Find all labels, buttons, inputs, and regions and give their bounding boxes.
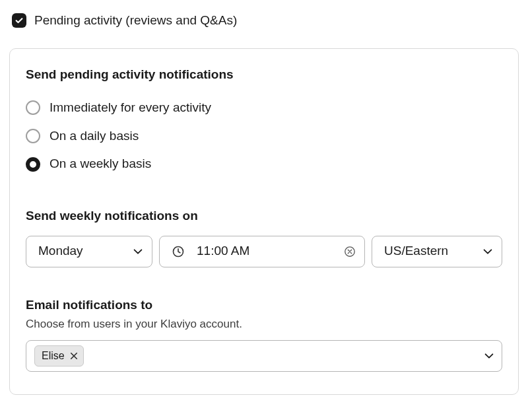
notification-settings-card: Send pending activity notifications Imme…	[9, 48, 519, 395]
pending-activity-checkbox[interactable]	[12, 13, 26, 28]
chevron-down-icon	[132, 246, 144, 258]
schedule-row: Monday 11:00 AM	[26, 236, 502, 267]
frequency-option-label: Immediately for every activity	[50, 99, 211, 117]
close-icon	[70, 352, 78, 360]
recipient-chip-label: Elise	[42, 349, 65, 363]
email-to-heading: Email notifications to	[26, 297, 502, 314]
radio-icon	[26, 129, 40, 143]
pending-activity-label: Pending activity (reviews and Q&As)	[34, 12, 237, 30]
day-select-value: Monday	[38, 242, 83, 260]
recipient-chip: Elise	[34, 345, 84, 367]
radio-icon	[26, 100, 40, 115]
timezone-select[interactable]: US/Eastern	[372, 236, 502, 267]
chevron-down-icon	[482, 246, 494, 258]
chevron-down-icon	[483, 350, 495, 362]
frequency-radio-group: Immediately for every activity On a dail…	[26, 94, 502, 178]
clock-icon	[172, 245, 185, 258]
frequency-option-label: On a weekly basis	[50, 155, 151, 173]
time-input[interactable]: 11:00 AM	[159, 236, 365, 267]
email-to-section: Email notifications to Choose from users…	[26, 297, 502, 372]
frequency-option-daily[interactable]: On a daily basis	[26, 122, 502, 151]
close-circle-icon	[344, 246, 356, 258]
check-icon	[15, 16, 24, 25]
pending-activity-checkbox-row: Pending activity (reviews and Q&As)	[9, 12, 519, 30]
time-input-value: 11:00 AM	[197, 242, 249, 260]
frequency-heading: Send pending activity notifications	[26, 66, 502, 84]
recipient-chips: Elise	[34, 345, 84, 367]
frequency-option-label: On a daily basis	[50, 127, 139, 145]
email-to-helper: Choose from users in your Klaviyo accoun…	[26, 316, 502, 332]
frequency-option-immediately[interactable]: Immediately for every activity	[26, 94, 502, 122]
chip-remove-button[interactable]	[70, 352, 78, 360]
schedule-section: Send weekly notifications on Monday 11:0…	[26, 207, 502, 267]
timezone-select-value: US/Eastern	[384, 242, 448, 260]
frequency-option-weekly[interactable]: On a weekly basis	[26, 150, 502, 178]
radio-icon	[26, 157, 40, 172]
clear-time-button[interactable]	[343, 245, 356, 258]
schedule-heading: Send weekly notifications on	[26, 207, 502, 225]
day-select[interactable]: Monday	[26, 236, 152, 267]
email-recipients-select[interactable]: Elise	[26, 340, 502, 372]
